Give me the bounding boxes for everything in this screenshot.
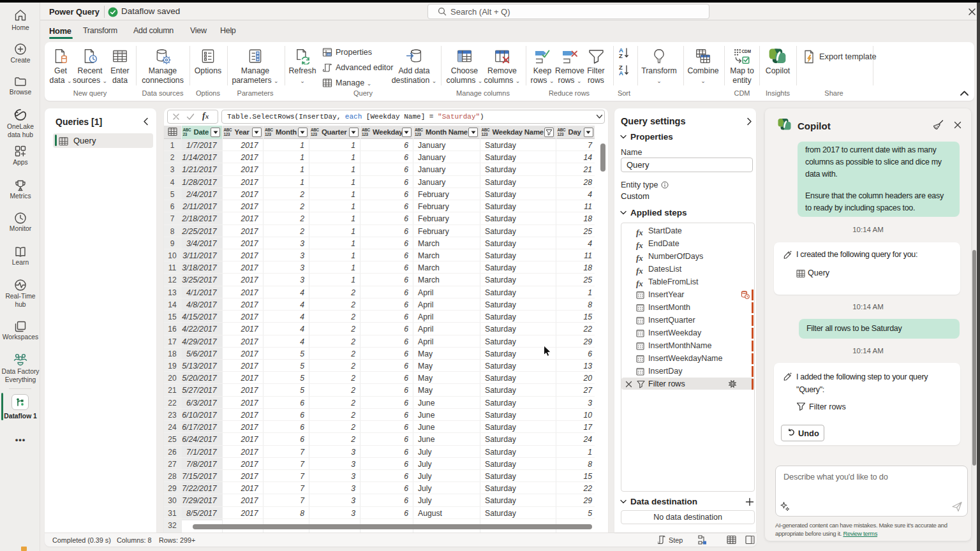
svg-text:CDM: CDM	[741, 49, 751, 54]
svg-text:Z: Z	[619, 52, 623, 59]
svg-text:A: A	[619, 70, 623, 76]
